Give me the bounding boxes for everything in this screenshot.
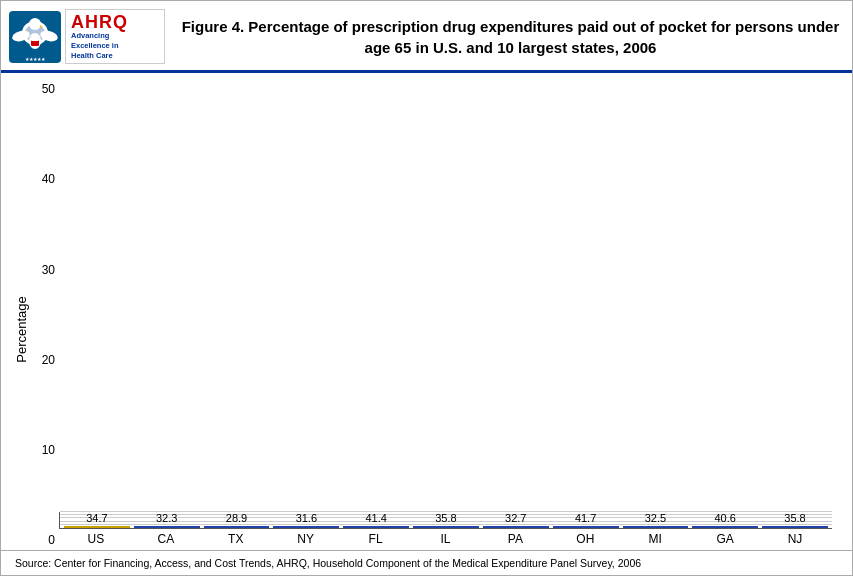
bar-group: 31.6 — [273, 512, 339, 528]
bar-group: 35.8 — [413, 512, 479, 528]
y-tick: 20 — [42, 354, 55, 366]
bar-value: 32.5 — [645, 512, 666, 524]
x-label: OH — [552, 532, 618, 546]
x-label: PA — [482, 532, 548, 546]
bar-rect — [623, 526, 689, 528]
bar-rect — [204, 526, 270, 528]
bar-rect — [762, 526, 828, 528]
svg-rect-9 — [31, 37, 39, 41]
bars-and-xaxis: 34.732.328.931.641.435.832.741.732.540.6… — [59, 512, 832, 546]
bar-rect — [483, 526, 549, 528]
ahrq-subtitle: AdvancingExcellence inHealth Care — [71, 31, 119, 60]
y-ticks: 01020304050 — [31, 83, 59, 546]
bar-group: 41.7 — [553, 512, 619, 528]
x-axis-labels: USCATXNYFLILPAOHMIGANJ — [59, 529, 832, 546]
x-label: CA — [133, 532, 199, 546]
y-tick: 50 — [42, 83, 55, 95]
bar-value: 41.7 — [575, 512, 596, 524]
bar-rect — [692, 526, 758, 528]
x-label: US — [63, 532, 129, 546]
bar-group: 34.7 — [64, 512, 130, 528]
bar-value: 34.7 — [86, 512, 107, 524]
bar-group: 40.6 — [692, 512, 758, 528]
bar-rect — [134, 526, 200, 528]
chart-inner: 01020304050 34.732.328.931.641.435.832.7… — [31, 83, 832, 546]
bar-group: 41.4 — [343, 512, 409, 528]
x-label: FL — [343, 532, 409, 546]
bar-value: 28.9 — [226, 512, 247, 524]
chart-title: Figure 4. Percentage of prescription dru… — [181, 16, 840, 58]
bar-value: 35.8 — [435, 512, 456, 524]
x-label: TX — [203, 532, 269, 546]
ahrq-logo: AHRQ AdvancingExcellence inHealth Care — [65, 9, 165, 64]
svg-text:★★★★★: ★★★★★ — [25, 56, 46, 62]
bar-rect — [553, 526, 619, 528]
bar-group: 28.9 — [204, 512, 270, 528]
bar-value: 31.6 — [296, 512, 317, 524]
x-label: GA — [692, 532, 758, 546]
bar-group: 32.7 — [483, 512, 549, 528]
y-tick: 40 — [42, 173, 55, 185]
content-area: Percentage 01020304050 34.732.328.931.64… — [1, 73, 852, 546]
bar-rect — [273, 526, 339, 528]
bar-value: 35.8 — [784, 512, 805, 524]
bar-rect — [413, 526, 479, 528]
bar-rect — [64, 526, 130, 528]
bar-group: 35.8 — [762, 512, 828, 528]
x-label: NJ — [762, 532, 828, 546]
bar-value: 32.3 — [156, 512, 177, 524]
bar-group: 32.5 — [623, 512, 689, 528]
bar-value: 41.4 — [365, 512, 386, 524]
svg-point-6 — [29, 18, 41, 30]
x-label: NY — [273, 532, 339, 546]
bar-value: 40.6 — [715, 512, 736, 524]
bar-group: 32.3 — [134, 512, 200, 528]
page-container: ★★★★★ AHRQ AdvancingExcellence inHealth … — [0, 0, 853, 576]
hhs-logo: ★★★★★ — [9, 11, 61, 63]
logo-area: ★★★★★ AHRQ AdvancingExcellence inHealth … — [9, 9, 169, 64]
x-label: MI — [622, 532, 688, 546]
y-axis-label: Percentage — [11, 83, 31, 546]
source-text: Source: Center for Financing, Access, an… — [1, 550, 852, 575]
y-tick: 0 — [48, 534, 55, 546]
chart-area: 01020304050 34.732.328.931.641.435.832.7… — [31, 83, 832, 546]
y-tick: 10 — [42, 444, 55, 456]
bars-container: 34.732.328.931.641.435.832.741.732.540.6… — [59, 512, 832, 529]
bar-rect — [343, 526, 409, 528]
y-tick: 30 — [42, 264, 55, 276]
header: ★★★★★ AHRQ AdvancingExcellence inHealth … — [1, 1, 852, 73]
x-label: IL — [413, 532, 479, 546]
ahrq-acronym: AHRQ — [71, 13, 128, 31]
bar-value: 32.7 — [505, 512, 526, 524]
